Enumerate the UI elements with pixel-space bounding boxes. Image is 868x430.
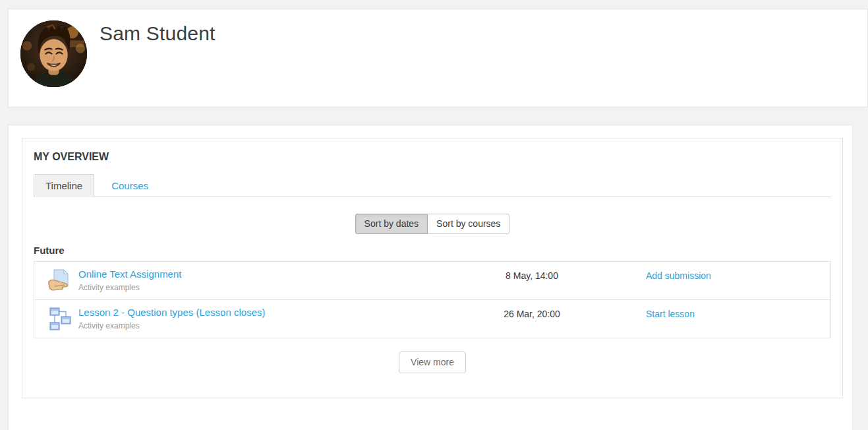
- event-text-group: Lesson 2 - Question types (Lesson closes…: [78, 307, 265, 330]
- profile-header-card: Sam Student: [8, 9, 868, 108]
- view-more-button[interactable]: View more: [399, 352, 466, 373]
- event-main-column: Online Text Assignment Activity examples: [34, 268, 432, 292]
- timeline-event-row: Lesson 2 - Question types (Lesson closes…: [34, 299, 830, 338]
- lesson-icon: [47, 307, 71, 330]
- timeline-event-row: Online Text Assignment Activity examples…: [34, 262, 830, 299]
- tab-courses[interactable]: Courses: [100, 175, 159, 197]
- view-more-container: View more: [34, 352, 831, 373]
- event-main-column: Lesson 2 - Question types (Lesson closes…: [34, 307, 432, 330]
- event-due-date: 26 Mar, 20:00: [432, 307, 631, 319]
- block-title: MY OVERVIEW: [34, 151, 831, 163]
- event-title-link[interactable]: Online Text Assignment: [78, 268, 181, 280]
- page-title-user-name: Sam Student: [100, 22, 216, 45]
- add-submission-link[interactable]: Add submission: [646, 270, 711, 281]
- sort-by-dates-button[interactable]: Sort by dates: [355, 214, 428, 234]
- start-lesson-link[interactable]: Start lesson: [646, 309, 695, 319]
- event-course-name: Activity examples: [78, 283, 181, 292]
- dashboard-content-card: MY OVERVIEW Timeline Courses Sort by dat…: [8, 125, 853, 430]
- assignment-icon: [47, 268, 71, 292]
- my-overview-block: MY OVERVIEW Timeline Courses Sort by dat…: [22, 138, 843, 398]
- timeline-event-list: Online Text Assignment Activity examples…: [34, 261, 831, 338]
- overview-tabs: Timeline Courses: [34, 174, 831, 197]
- future-section-heading: Future: [34, 245, 831, 256]
- event-course-name: Activity examples: [78, 321, 265, 330]
- sort-button-group: Sort by dates Sort by courses: [34, 214, 831, 234]
- event-title-link[interactable]: Lesson 2 - Question types (Lesson closes…: [78, 307, 265, 318]
- user-avatar: [20, 20, 87, 87]
- avatar-photo-illustration: [20, 20, 87, 87]
- event-action-column: Start lesson: [631, 307, 830, 319]
- event-text-group: Online Text Assignment Activity examples: [78, 268, 181, 292]
- tab-timeline[interactable]: Timeline: [34, 174, 94, 197]
- event-action-column: Add submission: [631, 268, 830, 281]
- event-due-date: 8 May, 14:00: [432, 268, 631, 281]
- sort-by-courses-button[interactable]: Sort by courses: [427, 214, 509, 234]
